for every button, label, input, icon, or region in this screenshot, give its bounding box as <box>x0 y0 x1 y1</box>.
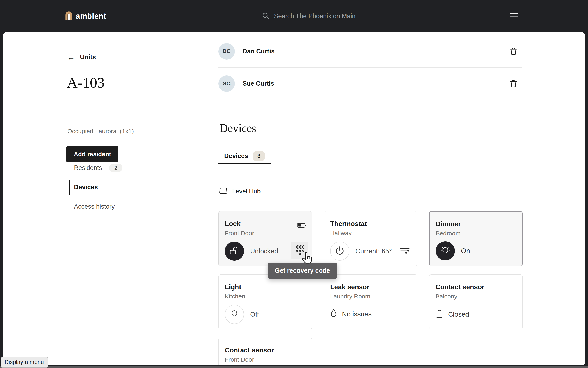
devices-count-badge: 8 <box>253 151 265 161</box>
battery-icon <box>297 223 306 229</box>
main-panel: ← Units A-103 Occupied · aurora_(1x1) Ad… <box>3 32 585 365</box>
device-card-lock[interactable]: Lock Front Door <box>218 211 312 266</box>
unlocked-padlock-icon <box>229 246 240 256</box>
device-title: Contact sensor <box>225 346 306 354</box>
device-status: Off <box>250 311 259 318</box>
resident-name: Sue Curtis <box>243 80 274 87</box>
device-card-dimmer[interactable]: Dimmer Bedroom <box>429 211 523 266</box>
droplet-icon <box>330 309 337 320</box>
hub-label: Level Hub <box>232 188 261 195</box>
power-icon <box>335 246 345 257</box>
device-grid: Lock Front Door <box>218 211 523 365</box>
hub-group-header: Level Hub <box>219 187 261 195</box>
ambient-arch-icon <box>65 11 73 21</box>
resident-row[interactable]: SC Sue Curtis <box>218 67 522 100</box>
device-status: Current: 65° <box>355 247 392 255</box>
device-card-light[interactable]: Light Kitchen Off <box>218 274 312 330</box>
sidebar-item-access-history[interactable]: Access history <box>74 202 123 212</box>
tab-devices[interactable]: Devices 8 <box>218 149 271 164</box>
devices-heading: Devices <box>219 122 256 135</box>
resident-name: Dan Curtis <box>243 48 275 55</box>
brand-name: ambient <box>76 12 106 21</box>
device-card-contact-sensor-front-door[interactable]: Contact sensor Front Door <box>218 338 312 365</box>
nav-label-residents: Residents <box>74 164 102 172</box>
residents-list: DC Dan Curtis SC Sue Curtis <box>218 35 522 100</box>
device-location: Laundry Room <box>330 293 411 300</box>
recovery-code-button[interactable] <box>291 241 309 259</box>
hub-icon <box>219 187 228 195</box>
keypad-icon <box>295 244 304 257</box>
back-arrow-icon: ← <box>67 53 75 61</box>
unit-subtitle: Occupied · aurora_(1x1) <box>67 128 134 135</box>
device-status: Closed <box>448 311 469 318</box>
status-bar-message: Display a menu <box>1 357 48 368</box>
delete-resident-button[interactable] <box>509 47 518 56</box>
device-title: Leak sensor <box>330 283 411 291</box>
door-icon <box>436 309 443 320</box>
bottom-edge <box>0 366 588 368</box>
search-icon <box>262 12 269 20</box>
residents-count-badge: 2 <box>109 164 123 172</box>
thermostat-power-button[interactable] <box>330 241 349 261</box>
search-input[interactable]: Search The Phoenix on Main <box>262 12 355 20</box>
device-location: Hallway <box>330 230 411 237</box>
device-location: Bedroom <box>436 230 516 237</box>
nav-label-access-history: Access history <box>74 203 115 210</box>
thermostat-settings-icon[interactable] <box>400 247 410 255</box>
device-title: Thermostat <box>330 220 411 228</box>
sidebar-item-residents[interactable]: Residents 2 <box>74 163 123 173</box>
nav-label-devices: Devices <box>74 184 98 191</box>
device-location: Balcony <box>436 293 516 300</box>
avatar: DC <box>218 43 235 60</box>
lock-toggle-button[interactable] <box>225 241 244 261</box>
tab-devices-label: Devices <box>224 152 248 160</box>
delete-resident-button[interactable] <box>509 79 518 88</box>
menu-icon[interactable] <box>510 13 518 17</box>
search-placeholder: Search The Phoenix on Main <box>274 12 355 20</box>
device-location: Kitchen <box>225 293 306 300</box>
avatar: SC <box>218 75 235 92</box>
device-title: Light <box>225 283 306 291</box>
device-card-thermostat[interactable]: Thermostat Hallway Current: 65° <box>324 211 417 266</box>
bulb-on-icon <box>440 245 451 257</box>
top-bar: ambient Search The Phoenix on Main <box>0 0 588 32</box>
device-title: Lock <box>225 220 306 228</box>
page-title: A-103 <box>67 74 104 91</box>
bulb-off-icon <box>230 309 239 320</box>
device-status: On <box>461 247 470 255</box>
brand-logo[interactable]: ambient <box>65 11 106 21</box>
device-location: Front Door <box>225 230 306 237</box>
dimmer-toggle-button[interactable] <box>436 241 455 260</box>
tooltip-get-recovery-code: Get recovery code <box>268 263 337 279</box>
back-label: Units <box>80 54 96 61</box>
device-title: Contact sensor <box>436 283 516 291</box>
device-card-contact-sensor-balcony[interactable]: Contact sensor Balcony Closed <box>429 274 523 330</box>
resident-row[interactable]: DC Dan Curtis <box>218 35 522 67</box>
device-title: Dimmer <box>436 220 516 228</box>
back-to-units-link[interactable]: ← Units <box>67 53 96 61</box>
device-card-leak-sensor[interactable]: Leak sensor Laundry Room No issues <box>324 274 417 330</box>
unit-nav: Residents 2 Devices Access history <box>74 163 123 221</box>
device-location: Front Door <box>225 356 306 363</box>
sidebar-item-devices[interactable]: Devices <box>74 182 123 192</box>
device-status: No issues <box>342 310 372 318</box>
light-toggle-button[interactable] <box>225 305 244 324</box>
add-resident-button[interactable]: Add resident <box>66 147 118 162</box>
device-status: Unlocked <box>250 247 278 255</box>
